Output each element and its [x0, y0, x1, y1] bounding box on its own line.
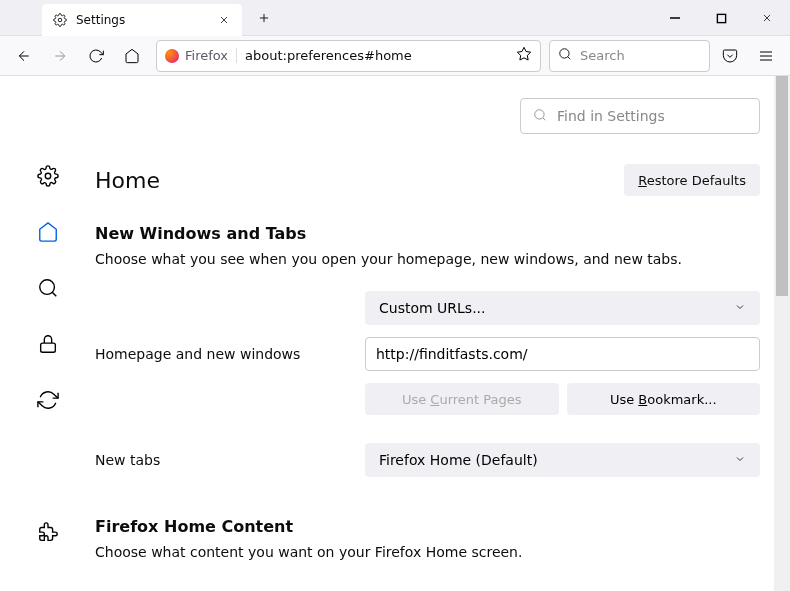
page-title: Home: [95, 168, 160, 193]
close-window-button[interactable]: [744, 0, 790, 36]
search-bar[interactable]: Search: [549, 40, 710, 72]
section-title: New Windows and Tabs: [95, 224, 760, 243]
find-placeholder: Find in Settings: [557, 108, 665, 124]
main-panel: Find in Settings Home Restore Defaults N…: [95, 76, 790, 591]
pocket-button[interactable]: [714, 40, 746, 72]
use-current-pages-button[interactable]: Use Current Pages: [365, 383, 559, 415]
sidebar-extensions[interactable]: [30, 515, 66, 551]
sidebar-search[interactable]: [30, 270, 66, 306]
svg-rect-6: [717, 14, 725, 22]
sidebar-home[interactable]: [30, 214, 66, 250]
svg-rect-20: [40, 343, 55, 352]
search-icon: [558, 46, 572, 65]
url-bar[interactable]: Firefox about:preferences#home: [156, 40, 541, 72]
svg-line-19: [52, 292, 56, 296]
svg-point-0: [58, 18, 62, 22]
restore-defaults-button[interactable]: Restore Defaults: [624, 164, 760, 196]
identity-label: Firefox: [185, 48, 228, 63]
scrollbar-thumb[interactable]: [776, 76, 788, 296]
home-button[interactable]: [116, 40, 148, 72]
search-icon: [533, 108, 547, 125]
sidebar-privacy[interactable]: [30, 326, 66, 362]
sidebar: [0, 76, 95, 591]
star-icon[interactable]: [516, 46, 532, 66]
content-area: Find in Settings Home Restore Defaults N…: [0, 76, 790, 591]
section-desc-2: Choose what content you want on your Fir…: [95, 544, 760, 560]
new-tab-button[interactable]: [250, 4, 278, 32]
reload-button[interactable]: [80, 40, 112, 72]
svg-marker-11: [517, 47, 530, 60]
toolbar: Firefox about:preferences#home Search: [0, 36, 790, 76]
homepage-mode-select[interactable]: Custom URLs...: [365, 291, 760, 325]
homepage-url-input[interactable]: [365, 337, 760, 371]
use-bookmark-button[interactable]: Use Bookmark...: [567, 383, 761, 415]
maximize-button[interactable]: [698, 0, 744, 36]
menu-button[interactable]: [750, 40, 782, 72]
svg-point-18: [39, 280, 54, 295]
search-placeholder: Search: [580, 48, 625, 63]
url-text: about:preferences#home: [245, 48, 508, 63]
tab-bar: Settings: [0, 0, 790, 36]
minimize-button[interactable]: [652, 0, 698, 36]
firefox-icon: [165, 49, 179, 63]
forward-button[interactable]: [44, 40, 76, 72]
section-desc: Choose what you see when you open your h…: [95, 251, 760, 267]
sidebar-general[interactable]: [30, 158, 66, 194]
chevron-down-icon: [734, 452, 746, 468]
svg-point-17: [45, 173, 51, 179]
browser-tab[interactable]: Settings: [42, 4, 242, 36]
gear-icon: [52, 12, 68, 28]
svg-point-12: [560, 49, 569, 58]
section-title-2: Firefox Home Content: [95, 517, 760, 536]
svg-point-21: [535, 109, 544, 118]
homepage-label: Homepage and new windows: [95, 346, 365, 362]
scrollbar-track[interactable]: [774, 76, 790, 591]
svg-line-22: [543, 117, 546, 120]
sidebar-sync[interactable]: [30, 382, 66, 418]
window-controls: [652, 0, 790, 36]
back-button[interactable]: [8, 40, 40, 72]
newtabs-label: New tabs: [95, 452, 365, 468]
chevron-down-icon: [734, 300, 746, 316]
tab-title: Settings: [76, 13, 208, 27]
svg-line-13: [568, 57, 571, 60]
newtabs-select[interactable]: Firefox Home (Default): [365, 443, 760, 477]
identity-box[interactable]: Firefox: [165, 48, 237, 63]
find-in-settings-input[interactable]: Find in Settings: [520, 98, 760, 134]
select-value: Firefox Home (Default): [379, 452, 538, 468]
select-value: Custom URLs...: [379, 300, 486, 316]
close-icon[interactable]: [216, 12, 232, 28]
